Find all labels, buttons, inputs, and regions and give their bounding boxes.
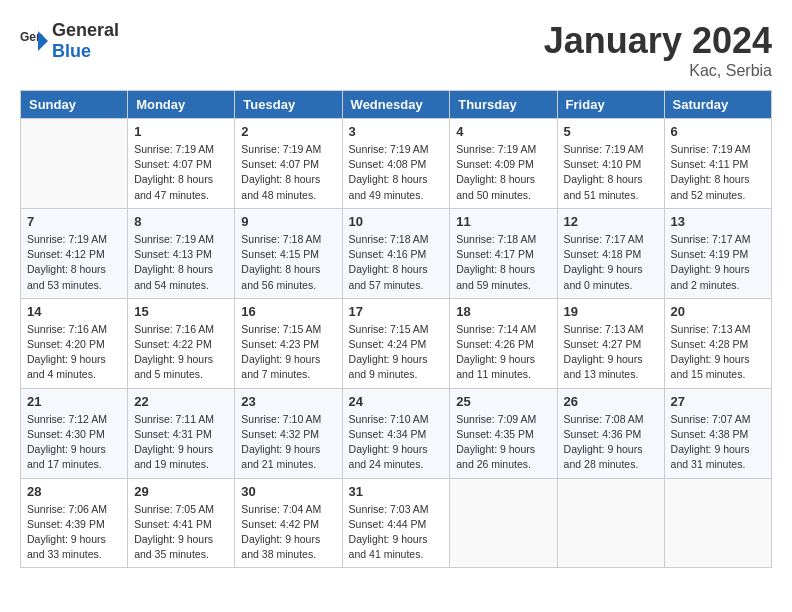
day-number: 13 xyxy=(671,214,765,229)
day-number: 17 xyxy=(349,304,444,319)
calendar-cell: 9Sunrise: 7:18 AMSunset: 4:15 PMDaylight… xyxy=(235,208,342,298)
calendar-cell: 5Sunrise: 7:19 AMSunset: 4:10 PMDaylight… xyxy=(557,119,664,209)
day-info: Sunrise: 7:19 AMSunset: 4:07 PMDaylight:… xyxy=(134,142,228,203)
calendar-cell: 13Sunrise: 7:17 AMSunset: 4:19 PMDayligh… xyxy=(664,208,771,298)
calendar-cell: 26Sunrise: 7:08 AMSunset: 4:36 PMDayligh… xyxy=(557,388,664,478)
weekday-header-tuesday: Tuesday xyxy=(235,91,342,119)
calendar-cell xyxy=(664,478,771,568)
day-info: Sunrise: 7:18 AMSunset: 4:15 PMDaylight:… xyxy=(241,232,335,293)
day-info: Sunrise: 7:11 AMSunset: 4:31 PMDaylight:… xyxy=(134,412,228,473)
calendar-cell: 15Sunrise: 7:16 AMSunset: 4:22 PMDayligh… xyxy=(128,298,235,388)
calendar-cell: 7Sunrise: 7:19 AMSunset: 4:12 PMDaylight… xyxy=(21,208,128,298)
week-row-2: 7Sunrise: 7:19 AMSunset: 4:12 PMDaylight… xyxy=(21,208,772,298)
day-info: Sunrise: 7:19 AMSunset: 4:09 PMDaylight:… xyxy=(456,142,550,203)
calendar-cell: 27Sunrise: 7:07 AMSunset: 4:38 PMDayligh… xyxy=(664,388,771,478)
day-info: Sunrise: 7:19 AMSunset: 4:10 PMDaylight:… xyxy=(564,142,658,203)
day-number: 1 xyxy=(134,124,228,139)
day-number: 16 xyxy=(241,304,335,319)
calendar-cell: 19Sunrise: 7:13 AMSunset: 4:27 PMDayligh… xyxy=(557,298,664,388)
day-number: 22 xyxy=(134,394,228,409)
day-number: 27 xyxy=(671,394,765,409)
calendar-cell: 31Sunrise: 7:03 AMSunset: 4:44 PMDayligh… xyxy=(342,478,450,568)
weekday-header-monday: Monday xyxy=(128,91,235,119)
day-number: 26 xyxy=(564,394,658,409)
day-info: Sunrise: 7:19 AMSunset: 4:11 PMDaylight:… xyxy=(671,142,765,203)
calendar-cell xyxy=(557,478,664,568)
day-info: Sunrise: 7:06 AMSunset: 4:39 PMDaylight:… xyxy=(27,502,121,563)
day-number: 7 xyxy=(27,214,121,229)
day-info: Sunrise: 7:15 AMSunset: 4:24 PMDaylight:… xyxy=(349,322,444,383)
day-info: Sunrise: 7:04 AMSunset: 4:42 PMDaylight:… xyxy=(241,502,335,563)
weekday-header-row: SundayMondayTuesdayWednesdayThursdayFrid… xyxy=(21,91,772,119)
calendar-cell: 16Sunrise: 7:15 AMSunset: 4:23 PMDayligh… xyxy=(235,298,342,388)
day-info: Sunrise: 7:12 AMSunset: 4:30 PMDaylight:… xyxy=(27,412,121,473)
day-info: Sunrise: 7:08 AMSunset: 4:36 PMDaylight:… xyxy=(564,412,658,473)
weekday-header-friday: Friday xyxy=(557,91,664,119)
calendar-cell xyxy=(450,478,557,568)
logo-blue-text: Blue xyxy=(52,41,91,61)
weekday-header-saturday: Saturday xyxy=(664,91,771,119)
calendar-cell: 2Sunrise: 7:19 AMSunset: 4:07 PMDaylight… xyxy=(235,119,342,209)
title-area: January 2024 Kac, Serbia xyxy=(544,20,772,80)
calendar-cell: 10Sunrise: 7:18 AMSunset: 4:16 PMDayligh… xyxy=(342,208,450,298)
day-info: Sunrise: 7:13 AMSunset: 4:27 PMDaylight:… xyxy=(564,322,658,383)
day-info: Sunrise: 7:19 AMSunset: 4:08 PMDaylight:… xyxy=(349,142,444,203)
day-number: 25 xyxy=(456,394,550,409)
day-number: 21 xyxy=(27,394,121,409)
day-number: 2 xyxy=(241,124,335,139)
day-info: Sunrise: 7:17 AMSunset: 4:19 PMDaylight:… xyxy=(671,232,765,293)
calendar-cell: 3Sunrise: 7:19 AMSunset: 4:08 PMDaylight… xyxy=(342,119,450,209)
calendar-cell: 4Sunrise: 7:19 AMSunset: 4:09 PMDaylight… xyxy=(450,119,557,209)
calendar-cell: 30Sunrise: 7:04 AMSunset: 4:42 PMDayligh… xyxy=(235,478,342,568)
day-info: Sunrise: 7:14 AMSunset: 4:26 PMDaylight:… xyxy=(456,322,550,383)
day-info: Sunrise: 7:15 AMSunset: 4:23 PMDaylight:… xyxy=(241,322,335,383)
month-title: January 2024 xyxy=(544,20,772,62)
day-number: 31 xyxy=(349,484,444,499)
day-info: Sunrise: 7:17 AMSunset: 4:18 PMDaylight:… xyxy=(564,232,658,293)
calendar-cell: 12Sunrise: 7:17 AMSunset: 4:18 PMDayligh… xyxy=(557,208,664,298)
day-info: Sunrise: 7:07 AMSunset: 4:38 PMDaylight:… xyxy=(671,412,765,473)
day-number: 11 xyxy=(456,214,550,229)
calendar-cell: 29Sunrise: 7:05 AMSunset: 4:41 PMDayligh… xyxy=(128,478,235,568)
calendar-cell: 1Sunrise: 7:19 AMSunset: 4:07 PMDaylight… xyxy=(128,119,235,209)
page-header: Gen General Blue January 2024 Kac, Serbi… xyxy=(20,20,772,80)
day-number: 14 xyxy=(27,304,121,319)
weekday-header-thursday: Thursday xyxy=(450,91,557,119)
week-row-5: 28Sunrise: 7:06 AMSunset: 4:39 PMDayligh… xyxy=(21,478,772,568)
calendar-table: SundayMondayTuesdayWednesdayThursdayFrid… xyxy=(20,90,772,568)
day-number: 30 xyxy=(241,484,335,499)
weekday-header-sunday: Sunday xyxy=(21,91,128,119)
day-number: 29 xyxy=(134,484,228,499)
day-number: 24 xyxy=(349,394,444,409)
calendar-cell: 6Sunrise: 7:19 AMSunset: 4:11 PMDaylight… xyxy=(664,119,771,209)
day-info: Sunrise: 7:10 AMSunset: 4:32 PMDaylight:… xyxy=(241,412,335,473)
day-number: 15 xyxy=(134,304,228,319)
calendar-cell: 22Sunrise: 7:11 AMSunset: 4:31 PMDayligh… xyxy=(128,388,235,478)
logo-general-text: General xyxy=(52,20,119,40)
day-number: 9 xyxy=(241,214,335,229)
day-info: Sunrise: 7:18 AMSunset: 4:17 PMDaylight:… xyxy=(456,232,550,293)
logo: Gen General Blue xyxy=(20,20,119,62)
day-number: 19 xyxy=(564,304,658,319)
day-info: Sunrise: 7:13 AMSunset: 4:28 PMDaylight:… xyxy=(671,322,765,383)
day-info: Sunrise: 7:19 AMSunset: 4:07 PMDaylight:… xyxy=(241,142,335,203)
day-number: 3 xyxy=(349,124,444,139)
day-info: Sunrise: 7:18 AMSunset: 4:16 PMDaylight:… xyxy=(349,232,444,293)
calendar-cell: 14Sunrise: 7:16 AMSunset: 4:20 PMDayligh… xyxy=(21,298,128,388)
day-number: 4 xyxy=(456,124,550,139)
day-number: 8 xyxy=(134,214,228,229)
day-number: 6 xyxy=(671,124,765,139)
day-number: 20 xyxy=(671,304,765,319)
day-info: Sunrise: 7:16 AMSunset: 4:22 PMDaylight:… xyxy=(134,322,228,383)
day-number: 10 xyxy=(349,214,444,229)
calendar-cell: 8Sunrise: 7:19 AMSunset: 4:13 PMDaylight… xyxy=(128,208,235,298)
week-row-1: 1Sunrise: 7:19 AMSunset: 4:07 PMDaylight… xyxy=(21,119,772,209)
week-row-4: 21Sunrise: 7:12 AMSunset: 4:30 PMDayligh… xyxy=(21,388,772,478)
day-info: Sunrise: 7:03 AMSunset: 4:44 PMDaylight:… xyxy=(349,502,444,563)
calendar-cell: 21Sunrise: 7:12 AMSunset: 4:30 PMDayligh… xyxy=(21,388,128,478)
day-number: 5 xyxy=(564,124,658,139)
day-info: Sunrise: 7:16 AMSunset: 4:20 PMDaylight:… xyxy=(27,322,121,383)
calendar-cell: 18Sunrise: 7:14 AMSunset: 4:26 PMDayligh… xyxy=(450,298,557,388)
day-info: Sunrise: 7:10 AMSunset: 4:34 PMDaylight:… xyxy=(349,412,444,473)
logo-icon: Gen xyxy=(20,27,48,55)
